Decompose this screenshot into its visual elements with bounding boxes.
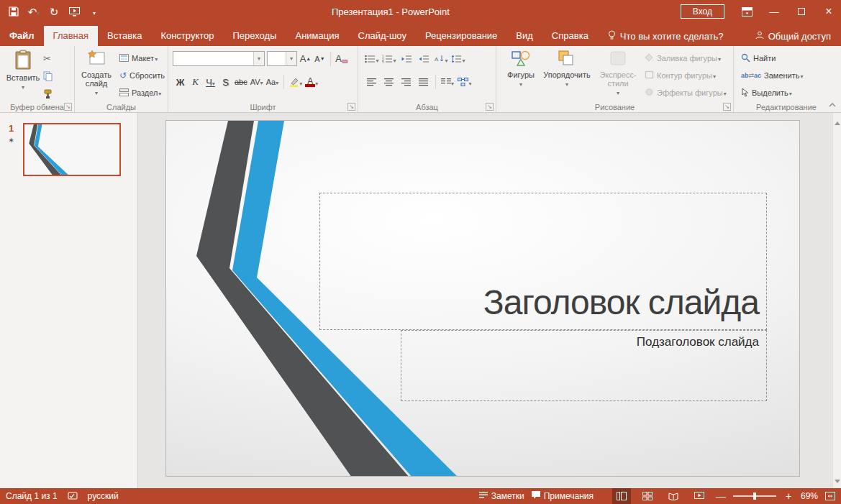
title-bar: ↶ ↻ Презентация1 - PowerPoint Вход — × xyxy=(0,0,841,23)
find-button[interactable]: Найти xyxy=(741,50,804,66)
paragraph-dialog-launcher[interactable] xyxy=(486,103,494,111)
format-painter-icon[interactable] xyxy=(43,86,53,102)
bold-button[interactable]: Ж xyxy=(174,75,186,89)
text-direction-button[interactable]: А xyxy=(433,52,449,66)
underline-button[interactable]: Ч xyxy=(204,75,217,89)
undo-icon[interactable]: ↶ xyxy=(27,5,40,18)
zoom-out-button[interactable]: — xyxy=(716,490,726,502)
font-dialog-launcher[interactable] xyxy=(347,103,355,111)
save-icon[interactable] xyxy=(7,5,20,18)
justify-button[interactable] xyxy=(416,75,432,89)
view-normal-button[interactable] xyxy=(612,488,631,504)
ribbon-display-options-icon[interactable] xyxy=(735,0,759,23)
minimize-button[interactable]: — xyxy=(762,0,786,23)
italic-button[interactable]: К xyxy=(189,75,201,89)
tab-view[interactable]: Вид xyxy=(506,26,542,46)
bullets-button[interactable] xyxy=(364,52,380,66)
view-reading-button[interactable] xyxy=(664,488,683,504)
font-name-combo[interactable]: ▾ xyxy=(173,51,265,66)
arrange-button[interactable]: Упорядочить xyxy=(542,50,591,89)
shapes-icon xyxy=(512,50,530,68)
highlight-color-button[interactable] xyxy=(289,75,302,89)
align-left-button[interactable] xyxy=(364,75,380,89)
layout-button[interactable]: Макет xyxy=(119,50,165,66)
tab-insert[interactable]: Вставка xyxy=(98,26,151,46)
shape-outline-button[interactable]: Контур фигуры xyxy=(645,68,727,83)
slide-title-placeholder[interactable]: Заголовок слайда xyxy=(319,193,767,330)
notes-button[interactable]: Заметки xyxy=(479,491,524,501)
tab-design[interactable]: Конструктор xyxy=(151,26,223,46)
shape-fill-button[interactable]: Заливка фигуры xyxy=(645,50,727,66)
decrease-indent-button[interactable] xyxy=(399,52,414,66)
tab-transitions[interactable]: Переходы xyxy=(224,26,286,46)
tab-slideshow[interactable]: Слайд-шоу xyxy=(349,26,416,46)
zoom-slider-thumb[interactable] xyxy=(753,492,756,500)
zoom-level[interactable]: 69% xyxy=(801,491,818,501)
maximize-button[interactable] xyxy=(789,0,814,23)
tab-help[interactable]: Справка xyxy=(542,26,598,46)
paste-button[interactable]: Вставить xyxy=(6,50,40,92)
collapse-ribbon-icon[interactable] xyxy=(829,97,836,110)
clipboard-icon xyxy=(14,50,32,71)
character-spacing-button[interactable]: AV xyxy=(250,75,263,89)
text-shadow-button[interactable]: S xyxy=(219,75,232,89)
tell-me-box[interactable]: Что вы хотите сделать? xyxy=(598,26,734,46)
select-button[interactable]: Выделить xyxy=(741,85,804,101)
tab-review[interactable]: Рецензирование xyxy=(416,26,506,46)
line-spacing-button[interactable] xyxy=(450,52,466,66)
scroll-down-icon[interactable] xyxy=(835,473,840,486)
shrink-font-button[interactable]: А▼ xyxy=(314,52,326,66)
reset-button[interactable]: ↺ Сбросить xyxy=(119,68,165,83)
start-slideshow-icon[interactable] xyxy=(68,5,81,18)
change-case-button[interactable]: Аа xyxy=(266,75,279,89)
pencil-icon xyxy=(645,70,654,81)
align-right-button[interactable] xyxy=(399,75,414,89)
increase-indent-button[interactable] xyxy=(416,52,432,66)
slide-subtitle-placeholder[interactable]: Подзаголовок слайда xyxy=(401,330,767,401)
signin-button[interactable]: Вход xyxy=(681,4,724,19)
redo-icon[interactable]: ↻ xyxy=(47,5,60,18)
scroll-up-icon[interactable] xyxy=(835,115,840,128)
slide-thumbnail[interactable] xyxy=(23,123,121,176)
vertical-scrollbar[interactable] xyxy=(832,113,841,488)
slide-indicator[interactable]: Слайд 1 из 1 xyxy=(6,491,58,501)
replace-button[interactable]: ab⇄ac Заменить xyxy=(741,68,804,83)
shapes-button[interactable]: Фигуры xyxy=(502,50,540,89)
columns-button[interactable] xyxy=(440,75,455,89)
copy-button[interactable] xyxy=(43,68,53,84)
view-slide-sorter-button[interactable] xyxy=(638,488,657,504)
quick-styles-button[interactable]: Экспресс-стили xyxy=(596,50,640,98)
numbering-button[interactable]: 123 xyxy=(381,52,397,66)
tab-animations[interactable]: Анимация xyxy=(286,26,349,46)
fit-slide-to-window-button[interactable] xyxy=(825,492,835,500)
tab-home[interactable]: Главная xyxy=(44,26,98,46)
language-indicator[interactable]: русский xyxy=(88,491,119,501)
font-size-combo[interactable]: ▾ xyxy=(267,51,297,66)
comments-button[interactable]: Примечания xyxy=(532,491,594,501)
new-slide-button[interactable]: Создать слайд xyxy=(78,50,115,98)
tab-file[interactable]: Файл xyxy=(0,26,44,46)
section-button[interactable]: Раздел xyxy=(119,85,165,101)
spellcheck-icon[interactable] xyxy=(68,492,78,500)
view-slideshow-button[interactable] xyxy=(690,488,709,504)
shape-effects-button[interactable]: Эффекты фигуры xyxy=(645,85,727,101)
convert-smartart-button[interactable] xyxy=(457,75,473,89)
strikethrough-button[interactable]: abc xyxy=(235,75,247,89)
quick-access-toolbar: ↶ ↻ xyxy=(0,5,101,18)
clipboard-dialog-launcher[interactable] xyxy=(64,103,72,111)
qat-customize-icon[interactable] xyxy=(88,5,101,18)
font-color-button[interactable]: А xyxy=(305,75,318,89)
clear-formatting-button[interactable]: А xyxy=(335,52,347,66)
share-button[interactable]: Общий доступ xyxy=(745,26,841,46)
slide-canvas[interactable]: Заголовок слайда Подзаголовок слайда xyxy=(165,120,800,477)
quick-styles-icon xyxy=(609,50,627,68)
drawing-dialog-launcher[interactable] xyxy=(723,103,731,111)
align-center-button[interactable] xyxy=(381,75,397,89)
grow-font-button[interactable]: А▲ xyxy=(299,52,312,66)
cut-button[interactable]: ✂ xyxy=(43,50,53,66)
status-bar: Слайд 1 из 1 русский Заметки Примечания … xyxy=(0,488,841,504)
svg-text:А: А xyxy=(435,56,439,63)
close-button[interactable]: × xyxy=(817,0,841,23)
zoom-in-button[interactable]: + xyxy=(783,490,794,502)
zoom-slider[interactable] xyxy=(733,495,776,497)
